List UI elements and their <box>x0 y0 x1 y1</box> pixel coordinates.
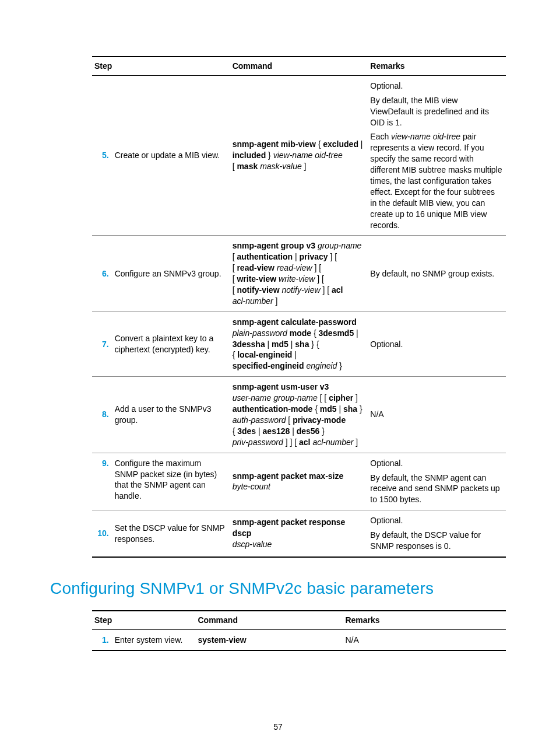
remarks-cell: Optional. <box>368 312 506 376</box>
page-number: 57 <box>0 722 556 733</box>
table-header-row: Step Command Remarks <box>92 611 506 629</box>
table-row: 8. Add a user to the SNMPv3 group. snmp-… <box>92 377 506 453</box>
col-header-remarks: Remarks <box>368 57 506 75</box>
step-description: Create or update a MIB view. <box>112 75 230 236</box>
col-header-step: Step <box>92 611 195 629</box>
remarks-cell: Optional. By default, the DSCP value for… <box>368 510 506 557</box>
table-snmpv3-steps: Step Command Remarks 5. Create or update… <box>92 56 506 558</box>
step-description: Add a user to the SNMPv3 group. <box>112 377 230 453</box>
step-description: Enter system view. <box>112 629 196 650</box>
step-description: Convert a plaintext key to a ciphertext … <box>112 312 230 376</box>
step-number: 1. <box>92 629 112 650</box>
step-description: Set the DSCP value for SNMP responses. <box>112 510 230 557</box>
table-row: 6. Configure an SNMPv3 group. snmp-agent… <box>92 236 506 312</box>
command-cell: snmp-agent packet max-sizebyte-count <box>230 453 368 510</box>
table-header-row: Step Command Remarks <box>92 57 506 75</box>
remarks-cell: Optional. By default, the SNMP agent can… <box>368 453 506 510</box>
remarks-cell: N/A <box>343 629 506 650</box>
col-header-remarks: Remarks <box>343 611 506 629</box>
command-cell: snmp-agent calculate-passwordplain-passw… <box>230 312 368 376</box>
step-number: 9. <box>92 453 112 510</box>
step-number: 6. <box>92 236 112 312</box>
step-number: 7. <box>92 312 112 376</box>
table-row: 5. Create or update a MIB view. snmp-age… <box>92 75 506 236</box>
table-row: 1. Enter system view. system-view N/A <box>92 629 506 650</box>
table-row: 7. Convert a plaintext key to a cipherte… <box>92 312 506 376</box>
command-cell: system-view <box>195 629 343 650</box>
command-cell: snmp-agent usm-user v3user-name group-na… <box>230 377 368 453</box>
col-header-step: Step <box>92 57 230 75</box>
section-heading: Configuring SNMPv1 or SNMPv2c basic para… <box>50 578 506 600</box>
table-row: 10. Set the DSCP value for SNMP response… <box>92 510 506 557</box>
step-number: 8. <box>92 377 112 453</box>
command-cell: snmp-agent mib-view { excluded | include… <box>230 75 368 236</box>
col-header-command: Command <box>230 57 368 75</box>
remarks-cell: N/A <box>368 377 506 453</box>
step-number: 5. <box>92 75 112 236</box>
table-row: 9. Configure the maximum SNMP packet siz… <box>92 453 506 510</box>
col-header-command: Command <box>195 611 343 629</box>
step-description: Configure the maximum SNMP packet size (… <box>112 453 230 510</box>
command-cell: snmp-agent packet response dscpdscp-valu… <box>230 510 368 557</box>
step-description: Configure an SNMPv3 group. <box>112 236 230 312</box>
command-cell: snmp-agent group v3 group-name [ authent… <box>230 236 368 312</box>
step-number: 10. <box>92 510 112 557</box>
remarks-cell: Optional. By default, the MIB view ViewD… <box>368 75 506 236</box>
table-snmpv1v2c-steps: Step Command Remarks 1. Enter system vie… <box>92 610 506 652</box>
remarks-cell: By default, no SNMP group exists. <box>368 236 506 312</box>
